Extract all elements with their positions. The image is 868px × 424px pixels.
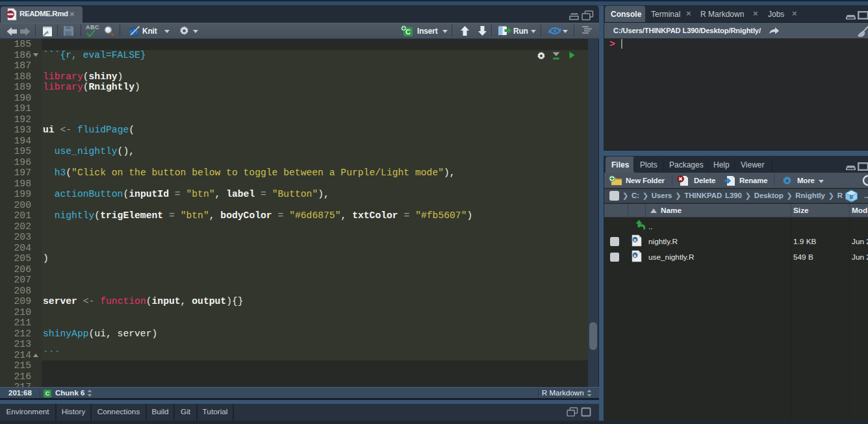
svg-text:R: R — [633, 253, 637, 258]
svg-text:R: R — [849, 193, 854, 200]
svg-text:R: R — [633, 238, 637, 242]
